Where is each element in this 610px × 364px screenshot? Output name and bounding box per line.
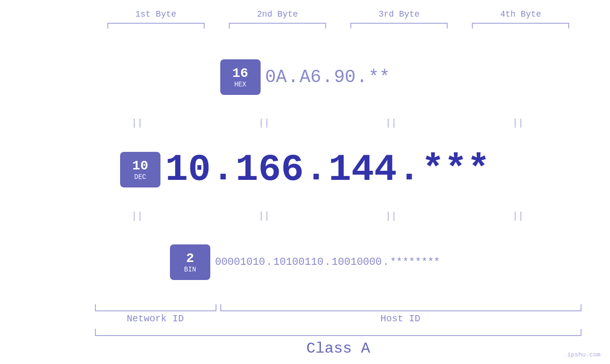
class-row: Class A — [28, 329, 582, 359]
bracket-top-1 — [107, 23, 205, 28]
dec-val-2: 166 — [235, 148, 304, 191]
class-bracket — [95, 329, 582, 336]
hex-badge-label: HEX — [234, 81, 246, 88]
eq1-3: || — [328, 118, 455, 129]
eq2-4: || — [455, 211, 582, 222]
bin-byte2: 10100110 — [273, 256, 324, 268]
dec-badge-number: 10 — [132, 159, 149, 173]
eq1-2: || — [201, 118, 328, 129]
hex-val-1: 0A — [265, 67, 287, 87]
dec-byte4: *** — [422, 148, 490, 191]
top-brackets-row — [28, 23, 582, 32]
bin-dot-2: . — [324, 256, 330, 268]
bottom-brackets-row — [28, 304, 582, 311]
byte-headers-row: 1st Byte 2nd Byte 3rd Byte 4th Byte — [28, 9, 582, 19]
dec-byte3: 144 — [328, 148, 397, 191]
network-bracket — [95, 304, 216, 311]
hex-byte1: 0A — [265, 67, 287, 87]
dec-val-4: *** — [422, 148, 490, 191]
dec-val-1: 10 — [165, 148, 211, 191]
dec-byte1: 10 — [165, 148, 211, 191]
bin-val-3: 10010000 — [332, 256, 382, 268]
byte3-header: 3rd Byte — [338, 9, 460, 19]
bin-values-row: 00001010 . 10100110 . 10010000 . *******… — [215, 256, 440, 268]
dec-dot-2: . — [305, 150, 328, 188]
class-label: Class A — [95, 338, 582, 359]
hex-byte3: 90 — [334, 67, 356, 87]
dec-row: 10 DEC 10 . 166 . 144 . *** — [120, 130, 490, 209]
bin-dot-3: . — [383, 256, 389, 268]
bracket-top-2 — [229, 23, 326, 28]
equals-row-1: || || || || — [28, 118, 582, 129]
eq2-1: || — [74, 211, 201, 222]
hex-val-3: 90 — [334, 67, 356, 87]
watermark: ipshu.com — [567, 351, 601, 358]
dec-val-3: 144 — [328, 148, 397, 191]
network-id-label: Network ID — [95, 313, 216, 324]
hex-dot-2: . — [322, 67, 333, 87]
bin-dot-1: . — [266, 256, 272, 268]
id-labels-row: Network ID Host ID — [28, 313, 582, 324]
dec-dot-3: . — [398, 150, 421, 188]
dec-badge-label: DEC — [134, 173, 146, 181]
dec-dot-1: . — [212, 150, 235, 188]
bin-byte3: 10010000 — [332, 256, 382, 268]
hex-val-4: ** — [368, 67, 390, 87]
byte1-header: 1st Byte — [95, 9, 216, 19]
equals-row-2: || || || || — [28, 211, 582, 222]
bracket-top-3 — [350, 23, 448, 28]
bin-badge: 2 BIN — [170, 244, 210, 280]
hex-val-2: A6 — [300, 67, 321, 87]
dec-values-row: 10 . 166 . 144 . *** — [165, 148, 490, 191]
bracket-top-4 — [472, 23, 569, 28]
bin-badge-label: BIN — [184, 266, 196, 273]
dec-badge: 10 DEC — [120, 152, 160, 187]
byte4-header: 4th Byte — [460, 9, 582, 19]
hex-badge: 16 HEX — [220, 59, 261, 95]
host-bracket — [220, 304, 582, 311]
hex-byte2: A6 — [300, 67, 321, 87]
bracket-cell-3 — [338, 23, 460, 32]
eq2-2: || — [201, 211, 328, 222]
bracket-cell-1 — [95, 23, 216, 32]
bin-byte1: 00001010 — [215, 256, 265, 268]
eq2-3: || — [328, 211, 455, 222]
hex-badge-number: 16 — [232, 66, 248, 81]
bracket-cell-4 — [460, 23, 582, 32]
bin-val-1: 00001010 — [215, 256, 265, 268]
bracket-cell-2 — [216, 23, 338, 32]
byte2-header: 2nd Byte — [216, 9, 338, 19]
main-container: 1st Byte 2nd Byte 3rd Byte 4th Byte 16 H… — [0, 0, 610, 364]
bin-row: 2 BIN 00001010 . 10100110 . 10010000 . *… — [170, 223, 440, 302]
bin-val-2: 10100110 — [273, 256, 324, 268]
bin-byte4: ******** — [390, 256, 440, 268]
host-id-label: Host ID — [219, 313, 582, 324]
eq1-4: || — [455, 118, 582, 129]
hex-values-row: 0A . A6 . 90 . ** — [265, 67, 390, 87]
hex-dot-3: . — [357, 67, 367, 87]
dec-byte2: 166 — [235, 148, 304, 191]
bin-val-4: ******** — [390, 256, 440, 268]
bin-badge-number: 2 — [186, 251, 194, 266]
hex-row: 16 HEX 0A . A6 . 90 . ** — [220, 37, 390, 117]
eq1-1: || — [74, 118, 201, 129]
hex-dot-1: . — [288, 67, 299, 87]
hex-byte4: ** — [368, 67, 390, 87]
